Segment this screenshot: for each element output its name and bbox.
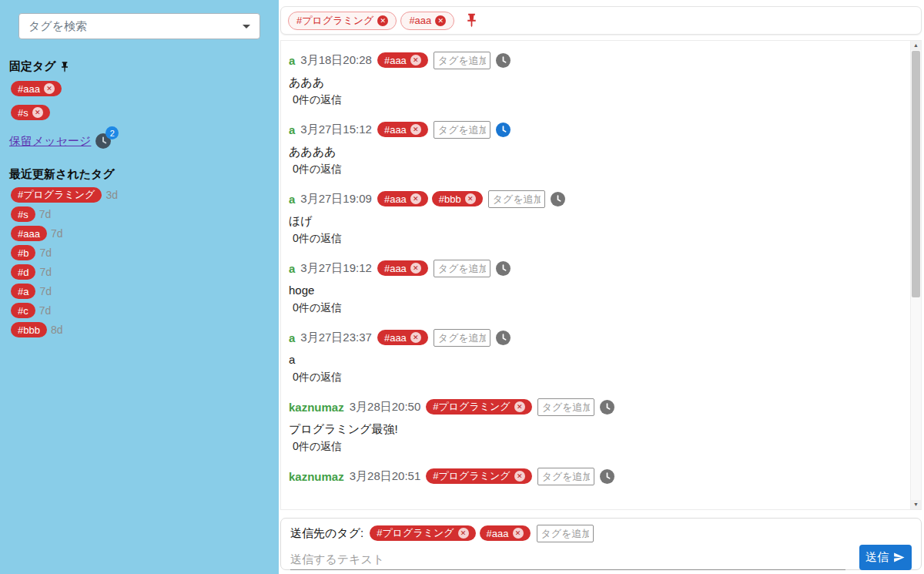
held-messages-row: 保留メッセージ 2: [9, 133, 279, 149]
tag-chip[interactable]: #プログラミング: [11, 187, 102, 203]
tag-chip[interactable]: #aaa ✕: [400, 12, 454, 30]
remove-tag-icon[interactable]: ✕: [410, 193, 421, 204]
held-messages-badge: 2: [105, 126, 119, 139]
message-header: a 3月27日19:09 #aaa ✕ #bbb ✕: [289, 190, 901, 208]
tag-chip[interactable]: #s: [11, 206, 35, 222]
message: a 3月18日20:28 #aaa ✕ あああ 0件の返信: [289, 51, 901, 107]
hold-message-clock-button[interactable]: [496, 53, 511, 68]
add-tag-input[interactable]: [434, 260, 490, 277]
remove-tag-icon[interactable]: ✕: [44, 83, 55, 94]
tag-chip-label: #aaa: [384, 124, 407, 136]
pin-filter-button[interactable]: [464, 12, 480, 29]
tag-age-label: 7d: [39, 285, 52, 297]
tag-chip[interactable]: #c: [11, 303, 35, 318]
tag-chip[interactable]: #aaa ✕: [11, 81, 62, 96]
tag-chip-label: #プログラミング: [377, 526, 454, 540]
tag-chip[interactable]: #aaa ✕: [377, 330, 428, 345]
tag-chip[interactable]: #プログラミング ✕: [426, 399, 531, 415]
tag-chip[interactable]: #aaa ✕: [377, 122, 428, 137]
remove-tag-icon[interactable]: ✕: [465, 193, 476, 204]
add-tag-input[interactable]: [434, 329, 490, 347]
reply-count-link[interactable]: 0件の返信: [289, 301, 901, 315]
held-messages-link[interactable]: 保留メッセージ: [9, 134, 91, 149]
tag-chip[interactable]: #aaa ✕: [480, 525, 531, 541]
reply-count-link[interactable]: 0件の返信: [289, 371, 901, 384]
remove-tag-icon[interactable]: ✕: [32, 107, 43, 118]
hold-message-clock-button[interactable]: [600, 400, 614, 415]
scroll-down-arrow[interactable]: ▼: [911, 500, 921, 509]
tag-chip[interactable]: #プログラミング ✕: [426, 468, 531, 484]
tag-chip[interactable]: #プログラミング ✕: [288, 12, 397, 30]
main-panel: #プログラミング ✕ #aaa ✕ a 3月18日20:28 #aaa ✕ ああ…: [279, 0, 924, 574]
message: kaznumaz 3月28日20:51 #プログラミング ✕ 0件の返信: [289, 467, 901, 510]
reply-count-link[interactable]: 0件の返信: [289, 509, 901, 510]
scrollbar[interactable]: ▲ ▼: [910, 41, 921, 509]
remove-tag-icon[interactable]: ✕: [377, 15, 388, 26]
tag-chip[interactable]: #s ✕: [11, 105, 50, 120]
clock-icon: [496, 261, 511, 276]
reply-count-link[interactable]: 0件の返信: [289, 163, 901, 176]
tag-chip[interactable]: #プログラミング ✕: [370, 525, 475, 541]
tag-chip[interactable]: #aaa ✕: [377, 191, 428, 206]
tag-chip-label: #aaa: [18, 228, 40, 240]
reply-count-link[interactable]: 0件の返信: [289, 232, 901, 246]
tag-chip[interactable]: #aaa: [11, 226, 47, 241]
reply-count-link[interactable]: 0件の返信: [289, 440, 901, 454]
tag-chip-label: #c: [18, 305, 28, 317]
hold-message-clock-button[interactable]: [496, 123, 511, 137]
composer-tag-row: 送信先のタグ: #プログラミング ✕ #aaa ✕: [290, 523, 912, 543]
message-text-input[interactable]: [290, 549, 845, 570]
recent-tag-row: #b 7d: [11, 246, 279, 260]
remove-tag-icon[interactable]: ✕: [410, 263, 421, 274]
hold-message-clock-button[interactable]: [600, 469, 614, 484]
message-timestamp: 3月18日20:28: [300, 53, 372, 68]
tag-chip-label: #s: [18, 107, 28, 119]
add-tag-input[interactable]: [434, 121, 490, 139]
send-button[interactable]: 送信: [859, 545, 912, 570]
scrollbar-thumb[interactable]: [912, 51, 920, 297]
scroll-up-arrow[interactable]: ▲: [911, 41, 921, 50]
remove-tag-icon[interactable]: ✕: [410, 124, 421, 135]
recent-tags-list: #プログラミング 3d #s 7d #aaa 7d #b 7d #d 7d #a…: [11, 188, 279, 337]
tag-chip-label: #プログラミング: [18, 188, 95, 202]
tag-chip[interactable]: #bbb: [11, 322, 47, 337]
tag-chip[interactable]: #bbb ✕: [432, 191, 483, 206]
hold-message-clock-button[interactable]: [551, 192, 565, 206]
message-body: あああ: [289, 76, 901, 92]
tag-search-placeholder: タグを検索: [28, 19, 243, 34]
add-tag-input[interactable]: [537, 468, 594, 485]
add-tag-input[interactable]: [488, 190, 545, 208]
recent-tag-row: #a 7d: [11, 284, 279, 298]
remove-tag-icon[interactable]: ✕: [435, 15, 446, 26]
hold-message-clock-button[interactable]: [496, 331, 511, 345]
reply-count-link[interactable]: 0件の返信: [289, 93, 901, 107]
message-body: ああああ: [289, 145, 901, 161]
tag-search-select[interactable]: タグを検索: [18, 13, 260, 39]
pinned-tag-row: #s ✕: [11, 105, 279, 120]
remove-tag-icon[interactable]: ✕: [514, 401, 525, 412]
remove-tag-icon[interactable]: ✕: [410, 55, 421, 65]
remove-tag-icon[interactable]: ✕: [458, 528, 469, 539]
tag-chip[interactable]: #aaa ✕: [377, 52, 428, 68]
pinned-tags-list: #aaa ✕ #s ✕: [11, 81, 279, 120]
tag-age-label: 7d: [39, 247, 52, 259]
message-tags: #プログラミング ✕: [426, 468, 531, 484]
tag-chip[interactable]: #d: [11, 264, 35, 280]
message-timestamp: 3月28日20:50: [350, 400, 421, 415]
clock-icon: [496, 123, 511, 137]
add-tag-input[interactable]: [537, 398, 594, 416]
tag-age-label: 7d: [39, 266, 52, 278]
clock-icon: [600, 400, 614, 415]
add-tag-input[interactable]: [537, 525, 594, 542]
tag-chip[interactable]: #b: [11, 245, 35, 260]
tag-age-label: 7d: [39, 304, 52, 317]
hold-message-clock-button[interactable]: [496, 261, 511, 276]
message-username: a: [289, 54, 295, 67]
add-tag-input[interactable]: [434, 52, 490, 69]
remove-tag-icon[interactable]: ✕: [514, 471, 525, 482]
tag-chip[interactable]: #aaa ✕: [377, 260, 428, 276]
clock-icon: [600, 469, 614, 484]
remove-tag-icon[interactable]: ✕: [410, 332, 421, 343]
remove-tag-icon[interactable]: ✕: [513, 528, 524, 539]
tag-chip[interactable]: #a: [11, 284, 35, 299]
